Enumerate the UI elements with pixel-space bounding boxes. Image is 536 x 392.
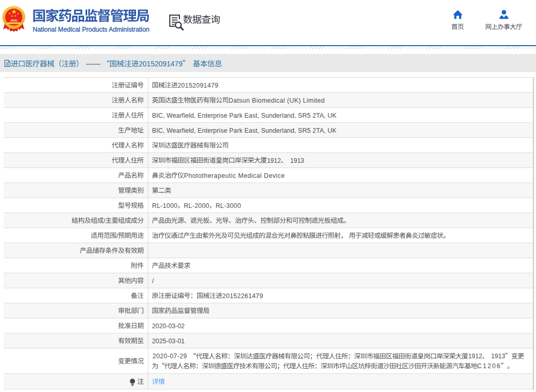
svg-text:/: / [104,217,106,225]
svg-text:1912: 1912 [267,157,281,164]
svg-text:RL-1000: RL-1000 [152,202,177,209]
svg-text:RL-2000: RL-2000 [184,202,209,209]
svg-text:2020-07-29: 2020-07-29 [153,353,187,360]
svg-text:Datsun Biomedical (UK) Limited: Datsun Biomedical (UK) Limited [229,97,325,104]
svg-text:/: / [152,277,154,285]
svg-text:BIC, Wearfield, Enterprise Par: BIC, Wearfield, Enterprise Park East, Su… [152,112,337,119]
svg-text:2025-03-01: 2025-03-01 [152,338,185,345]
svg-text:C1206: C1206 [477,362,501,370]
svg-text:/: / [116,232,118,240]
svg-text:RL-3000: RL-3000 [215,202,241,209]
svg-text:20152091479: 20152091479 [177,82,218,89]
svg-text:1913: 1913 [491,353,505,360]
svg-text:2020-03-02: 2020-03-02 [152,323,185,330]
svg-text:20152261479: 20152261479 [222,292,263,300]
svg-text:1913: 1913 [290,157,304,164]
svg-text:Phototherapeutic Medical Devic: Phototherapeutic Medical Device [184,172,285,179]
svg-text:BIC, Wearfield, Enterprise Par: BIC, Wearfield, Enterprise Park East, Su… [152,127,337,134]
svg-text:20152091479: 20152091479 [139,60,183,68]
svg-text:National Medical Products Admi: National Medical Products Administration [33,26,149,33]
svg-text:1912: 1912 [468,353,482,360]
